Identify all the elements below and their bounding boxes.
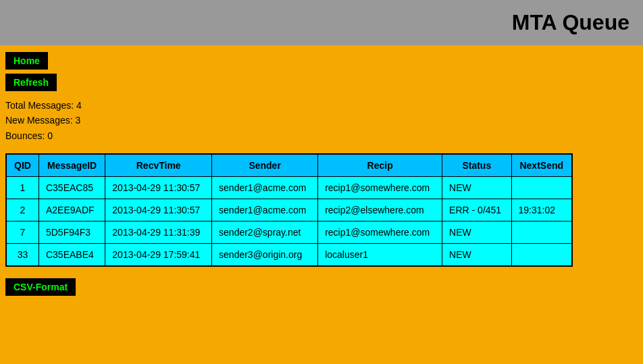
nav-area: Home Refresh [0,45,643,95]
stats-area: Total Messages: 4 New Messages: 3 Bounce… [0,95,643,150]
col-header-messageid: MessageID [38,154,105,177]
cell-recvtime: 2013-04-29 11:30:57 [105,199,212,222]
col-header-qid: QID [6,154,38,177]
table-header-row: QID MessageID RecvTime Sender Recip Stat… [6,154,572,177]
cell-nextsend: 19:31:02 [511,199,572,222]
cell-nextsend [511,177,572,199]
cell-sender: sender1@acme.com [212,177,318,199]
col-header-sender: Sender [212,154,318,177]
cell-recvtime: 2013-04-29 11:31:39 [105,222,212,244]
page-header: MTA Queue [0,0,643,45]
cell-qid: 1 [6,177,38,199]
table-row: 75D5F94F32013-04-29 11:31:39sender2@spra… [6,222,572,244]
col-header-recip: Recip [318,154,442,177]
cell-messageid: A2EE9ADF [38,199,105,222]
new-messages: New Messages: 3 [5,113,638,128]
cell-sender: sender2@spray.net [212,222,318,244]
cell-recip: recip1@somewhere.com [318,177,442,199]
table-row: 33C35EABE42013-04-29 17:59:41sender3@ori… [6,244,572,267]
cell-sender: sender3@origin.org [212,244,318,267]
cell-qid: 7 [6,222,38,244]
bounces: Bounces: 0 [5,128,638,143]
cell-recvtime: 2013-04-29 11:30:57 [105,177,212,199]
cell-recip: recip2@elsewhere.com [318,199,442,222]
page-title: MTA Queue [14,10,629,35]
cell-status: NEW [442,244,511,267]
col-header-recvtime: RecvTime [105,154,212,177]
cell-recip: recip1@somewhere.com [318,222,442,244]
queue-table: QID MessageID RecvTime Sender Recip Stat… [5,153,573,267]
table-row: 2A2EE9ADF2013-04-29 11:30:57sender1@acme… [6,199,572,222]
table-body: 1C35EAC852013-04-29 11:30:57sender1@acme… [6,177,572,267]
cell-recip: localuser1 [318,244,442,267]
cell-nextsend [511,244,572,267]
col-header-status: Status [442,154,511,177]
footer-area: CSV-Format [0,270,643,304]
cell-sender: sender1@acme.com [212,199,318,222]
table-row: 1C35EAC852013-04-29 11:30:57sender1@acme… [6,177,572,199]
cell-status: NEW [442,177,511,199]
cell-status: NEW [442,222,511,244]
cell-nextsend [511,222,572,244]
cell-messageid: C35EAC85 [38,177,105,199]
cell-recvtime: 2013-04-29 17:59:41 [105,244,212,267]
cell-qid: 33 [6,244,38,267]
refresh-button[interactable]: Refresh [5,74,57,91]
cell-status: ERR - 0/451 [442,199,511,222]
cell-messageid: C35EABE4 [38,244,105,267]
total-messages: Total Messages: 4 [5,98,638,113]
cell-qid: 2 [6,199,38,222]
csv-format-button[interactable]: CSV-Format [5,278,76,296]
queue-table-container: QID MessageID RecvTime Sender Recip Stat… [0,150,643,270]
col-header-nextsend: NextSend [511,154,572,177]
cell-messageid: 5D5F94F3 [38,222,105,244]
home-button[interactable]: Home [5,52,48,70]
